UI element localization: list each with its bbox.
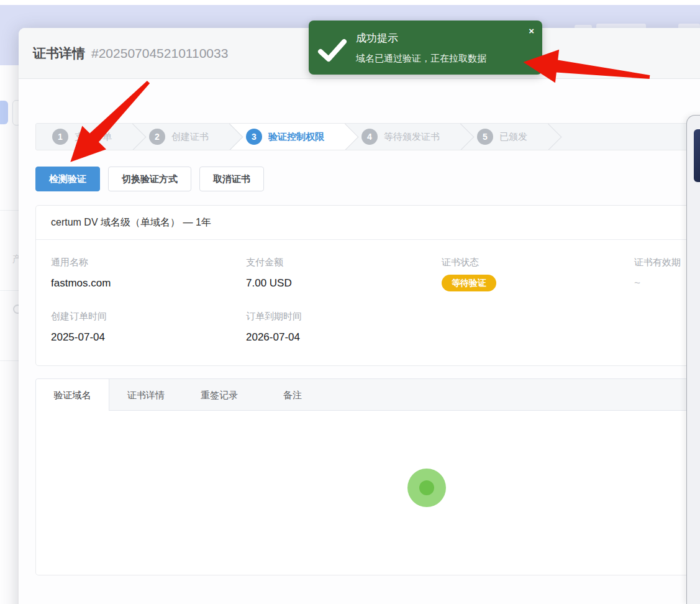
field-amount: 支付金额 7.00 USD [246,257,292,290]
step-label: 已颁发 [499,131,527,143]
tab-content-panel [35,411,700,575]
step-create-cert: 2 创建证书 [133,124,230,150]
status-badge: 等待验证 [442,275,496,291]
step-wait-issue: 4 等待颁发证书 [345,124,461,150]
field-expire-time: 订单到期时间 2026-07-04 [246,311,302,344]
tab-cert-detail[interactable]: 证书详情 [109,379,183,411]
loading-spinner-dot [419,480,434,495]
background-divider [0,360,19,361]
tab-verify-domain[interactable]: 验证域名 [36,379,109,412]
step-number: 1 [52,129,68,145]
background-page-edge [0,65,19,604]
stepper-filler [548,124,700,150]
drawer-navy-fragment [694,129,700,182]
order-stepper: 1 支付订单 2 创建证书 3 验证控制权限 [35,123,700,150]
step-number: 5 [477,129,493,145]
screen: 产 证书详情 #202507045210110033 1 支付订单 2 创建证书 [0,0,700,604]
order-info-card: certum DV 域名级（单域名） — 1年 通用名称 fastmos.com… [35,205,700,366]
step-verify-control: 3 验证控制权限 [230,124,345,150]
detail-tabs: 验证域名 证书详情 重签记录 备注 [35,378,700,411]
order-number: #202507045210110033 [91,46,228,61]
certificate-detail-modal: 证书详情 #202507045210110033 1 支付订单 2 创建证书 [19,28,700,604]
step-pay-order: 1 支付订单 [36,124,133,150]
action-button-row: 检测验证 切换验证方式 取消证书 [35,167,700,191]
toast-close-icon[interactable]: × [529,26,534,35]
tab-reissue-record[interactable]: 重签记录 [183,379,256,411]
background-divider [0,210,19,211]
step-number: 3 [246,129,262,145]
field-cert-status: 证书状态 等待验证 [442,257,496,291]
background-divider [0,290,19,291]
step-number: 2 [149,129,165,145]
step-label: 验证控制权限 [268,131,324,143]
step-number: 4 [361,129,378,145]
switch-validation-method-button[interactable]: 切换验证方式 [108,167,191,191]
field-cert-validity: 证书有效期 ~ [634,257,681,290]
cancel-certificate-button[interactable]: 取消证书 [199,167,264,191]
check-validation-button[interactable]: 检测验证 [35,167,100,191]
tab-remark[interactable]: 备注 [256,379,329,411]
loading-spinner [407,469,446,507]
step-label: 创建证书 [171,131,209,143]
modal-title: 证书详情 [33,45,85,62]
toast-title: 成功提示 [356,31,398,45]
background-button-fragment [0,101,8,124]
toast-message: 域名已通过验证，正在拉取数据 [356,53,486,65]
field-created-time: 创建订单时间 2025-07-04 [51,311,107,344]
step-label: 等待颁发证书 [384,131,440,143]
order-info-grid: 通用名称 fastmos.com 支付金额 7.00 USD 证书状态 等待验证… [36,240,700,365]
side-drawer-edge [686,115,700,604]
product-name: certum DV 域名级（单域名） — 1年 [36,206,700,240]
field-common-name: 通用名称 fastmos.com [51,257,111,290]
step-label: 支付订单 [75,131,112,143]
success-check-icon [317,37,347,64]
success-toast: 成功提示 域名已通过验证，正在拉取数据 × [309,21,542,75]
